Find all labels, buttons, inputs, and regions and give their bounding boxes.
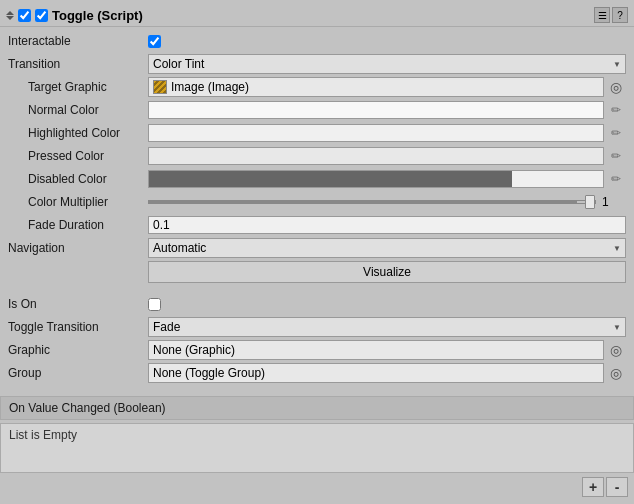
list-empty-text: List is Empty: [9, 426, 77, 444]
group-value: None (Toggle Group): [153, 366, 265, 380]
target-graphic-field[interactable]: Image (Image): [148, 77, 604, 97]
enabled-checkbox[interactable]: [18, 9, 31, 22]
pressed-color-row: Pressed Color ✏: [8, 146, 626, 166]
collapse-arrows[interactable]: [6, 11, 14, 20]
interactable-row: Interactable: [8, 31, 626, 51]
normal-color-row: Normal Color ✏: [8, 100, 626, 120]
group-row: Group None (Toggle Group) ◎: [8, 363, 626, 383]
target-graphic-circle-icon[interactable]: ◎: [606, 78, 626, 96]
visualize-field-wrap: Visualize: [148, 261, 626, 283]
disabled-color-row: Disabled Color ✏: [8, 169, 626, 189]
group-field-wrap: None (Toggle Group) ◎: [148, 363, 626, 383]
highlighted-color-field-wrap: ✏: [148, 124, 626, 142]
transition-label: Transition: [8, 57, 148, 71]
list-area: List is Empty: [0, 423, 634, 473]
group-circle-icon[interactable]: ◎: [606, 364, 626, 382]
highlighted-color-label: Highlighted Color: [8, 126, 148, 140]
group-label: Group: [8, 366, 148, 380]
panel-title: Toggle (Script): [52, 8, 590, 23]
highlighted-color-row: Highlighted Color ✏: [8, 123, 626, 143]
toggle-transition-select-wrap: Fade: [148, 317, 626, 337]
transition-select[interactable]: Color Tint: [148, 54, 626, 74]
graphic-value: None (Graphic): [153, 343, 235, 357]
event-section-header: On Value Changed (Boolean): [0, 396, 634, 420]
is-on-label: Is On: [8, 297, 148, 311]
target-graphic-row: Target Graphic Image (Image) ◎: [8, 77, 626, 97]
add-button[interactable]: +: [582, 477, 604, 497]
interactable-field-wrap: [148, 35, 626, 48]
bottom-bar: + -: [0, 473, 634, 501]
color-multiplier-value: 1: [602, 195, 626, 209]
help-icon[interactable]: ?: [612, 7, 628, 23]
visualize-button[interactable]: Visualize: [148, 261, 626, 283]
navigation-label: Navigation: [8, 241, 148, 255]
normal-color-field[interactable]: [148, 101, 604, 119]
graphic-field[interactable]: None (Graphic): [148, 340, 604, 360]
color-multiplier-field-wrap: 1: [148, 195, 626, 209]
divider1: [8, 286, 626, 294]
navigation-select[interactable]: Automatic: [148, 238, 626, 258]
normal-color-label: Normal Color: [8, 103, 148, 117]
toggle-transition-row: Toggle Transition Fade: [8, 317, 626, 337]
is-on-row: Is On: [8, 294, 626, 314]
arrow-up-icon: [6, 11, 14, 15]
pressed-color-field[interactable]: [148, 147, 604, 165]
fade-duration-label: Fade Duration: [8, 218, 148, 232]
is-on-checkbox[interactable]: [148, 298, 161, 311]
toggle-transition-select[interactable]: Fade: [148, 317, 626, 337]
remove-button[interactable]: -: [606, 477, 628, 497]
graphic-field-wrap: None (Graphic) ◎: [148, 340, 626, 360]
graphic-circle-icon[interactable]: ◎: [606, 341, 626, 359]
disabled-color-edit-icon[interactable]: ✏: [606, 170, 626, 188]
transition-select-wrap: Color Tint: [148, 54, 626, 74]
arrow-down-icon: [6, 16, 14, 20]
target-graphic-value: Image (Image): [171, 80, 249, 94]
fade-duration-row: Fade Duration: [8, 215, 626, 235]
color-multiplier-row: Color Multiplier 1: [8, 192, 626, 212]
disabled-color-field-wrap: ✏: [148, 170, 626, 188]
interactable-checkbox[interactable]: [148, 35, 161, 48]
disabled-color-field[interactable]: [148, 170, 604, 188]
fade-duration-input[interactable]: [148, 216, 626, 234]
target-graphic-field-wrap: Image (Image) ◎: [148, 77, 626, 97]
header-checkbox2-wrap: [35, 9, 48, 22]
header-icons: ☰ ?: [594, 7, 628, 23]
pressed-color-field-wrap: ✏: [148, 147, 626, 165]
panel-content: Interactable Transition Color Tint Targe…: [0, 27, 634, 390]
pressed-color-label: Pressed Color: [8, 149, 148, 163]
enabled-checkbox2[interactable]: [35, 9, 48, 22]
pressed-color-edit-icon[interactable]: ✏: [606, 147, 626, 165]
transition-row: Transition Color Tint: [8, 54, 626, 74]
color-multiplier-slider[interactable]: [148, 200, 596, 204]
header-checkbox-wrap: [18, 9, 31, 22]
target-graphic-label: Target Graphic: [8, 80, 148, 94]
toggle-transition-label: Toggle Transition: [8, 320, 148, 334]
color-multiplier-label: Color Multiplier: [8, 195, 148, 209]
visualize-row: Visualize: [8, 261, 626, 283]
disabled-color-label: Disabled Color: [8, 172, 148, 186]
graphic-row: Graphic None (Graphic) ◎: [8, 340, 626, 360]
toggle-script-panel: Toggle (Script) ☰ ? Interactable Transit…: [0, 0, 634, 504]
normal-color-edit-icon[interactable]: ✏: [606, 101, 626, 119]
event-header-text: On Value Changed (Boolean): [9, 401, 166, 415]
fade-duration-field-wrap: [148, 216, 626, 234]
highlighted-color-field[interactable]: [148, 124, 604, 142]
image-thumb-icon: [153, 80, 167, 94]
group-field[interactable]: None (Toggle Group): [148, 363, 604, 383]
settings-icon[interactable]: ☰: [594, 7, 610, 23]
panel-header: Toggle (Script) ☰ ?: [0, 4, 634, 27]
graphic-label: Graphic: [8, 343, 148, 357]
interactable-label: Interactable: [8, 34, 148, 48]
is-on-field-wrap: [148, 298, 626, 311]
normal-color-field-wrap: ✏: [148, 101, 626, 119]
highlighted-color-edit-icon[interactable]: ✏: [606, 124, 626, 142]
navigation-row: Navigation Automatic: [8, 238, 626, 258]
navigation-select-wrap: Automatic: [148, 238, 626, 258]
